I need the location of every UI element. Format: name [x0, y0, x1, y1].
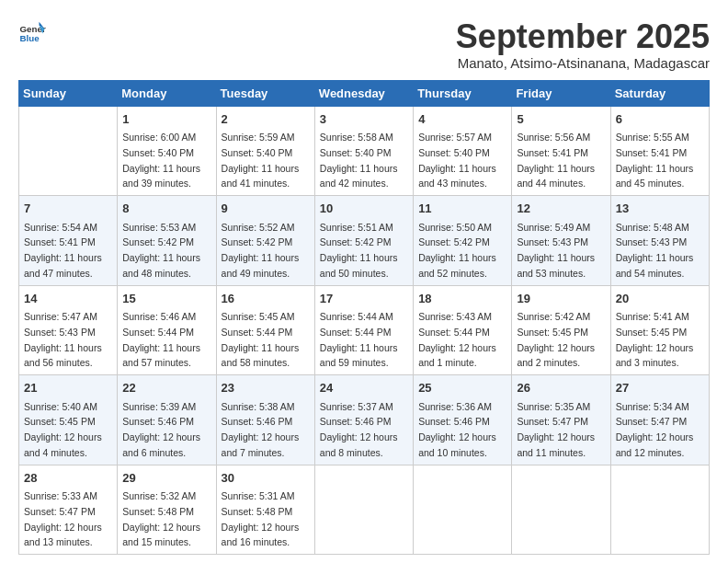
day-info: Sunrise: 5:31 AM Sunset: 5:48 PM Dayligh…: [222, 490, 300, 547]
day-number: 24: [320, 379, 408, 397]
day-info: Sunrise: 5:52 AM Sunset: 5:42 PM Dayligh…: [222, 222, 300, 279]
day-info: Sunrise: 5:42 AM Sunset: 5:45 PM Dayligh…: [517, 311, 595, 368]
logo: General Blue: [18, 18, 46, 46]
week-row-5: 28Sunrise: 5:33 AM Sunset: 5:47 PM Dayli…: [19, 465, 710, 555]
day-cell: 23Sunrise: 5:38 AM Sunset: 5:46 PM Dayli…: [216, 375, 314, 465]
col-header-thursday: Thursday: [414, 80, 512, 106]
col-header-sunday: Sunday: [19, 80, 118, 106]
day-number: 15: [122, 290, 210, 308]
day-cell: 27Sunrise: 5:34 AM Sunset: 5:47 PM Dayli…: [610, 375, 709, 465]
day-number: 21: [24, 379, 112, 397]
day-info: Sunrise: 5:58 AM Sunset: 5:40 PM Dayligh…: [320, 132, 398, 189]
day-number: 23: [222, 379, 310, 397]
day-info: Sunrise: 5:54 AM Sunset: 5:41 PM Dayligh…: [24, 222, 102, 279]
day-cell: 30Sunrise: 5:31 AM Sunset: 5:48 PM Dayli…: [216, 465, 314, 555]
day-info: Sunrise: 5:43 AM Sunset: 5:44 PM Dayligh…: [418, 311, 496, 368]
day-number: 27: [616, 379, 704, 397]
day-info: Sunrise: 5:53 AM Sunset: 5:42 PM Dayligh…: [122, 222, 200, 279]
col-header-tuesday: Tuesday: [216, 80, 314, 106]
day-cell: 14Sunrise: 5:47 AM Sunset: 5:43 PM Dayli…: [19, 285, 118, 375]
day-number: 30: [222, 469, 310, 488]
day-info: Sunrise: 5:56 AM Sunset: 5:41 PM Dayligh…: [517, 132, 595, 189]
day-cell: 4Sunrise: 5:57 AM Sunset: 5:40 PM Daylig…: [414, 106, 512, 196]
day-number: 18: [418, 290, 506, 308]
day-cell: 21Sunrise: 5:40 AM Sunset: 5:45 PM Dayli…: [19, 375, 118, 465]
day-info: Sunrise: 5:50 AM Sunset: 5:42 PM Dayligh…: [418, 222, 496, 279]
day-cell: 3Sunrise: 5:58 AM Sunset: 5:40 PM Daylig…: [314, 106, 413, 196]
day-info: Sunrise: 5:35 AM Sunset: 5:47 PM Dayligh…: [517, 401, 595, 458]
day-number: 20: [616, 290, 704, 308]
col-header-wednesday: Wednesday: [314, 80, 413, 106]
day-number: 22: [122, 379, 210, 397]
day-cell: 22Sunrise: 5:39 AM Sunset: 5:46 PM Dayli…: [118, 375, 216, 465]
day-number: 25: [418, 379, 506, 397]
day-number: 7: [24, 200, 112, 218]
day-info: Sunrise: 5:48 AM Sunset: 5:43 PM Dayligh…: [616, 222, 694, 279]
day-number: 8: [122, 200, 210, 218]
day-cell: [610, 465, 709, 555]
day-number: 12: [517, 200, 605, 218]
day-number: 9: [222, 200, 310, 218]
calendar-header-row: SundayMondayTuesdayWednesdayThursdayFrid…: [19, 80, 710, 106]
day-info: Sunrise: 5:57 AM Sunset: 5:40 PM Dayligh…: [418, 132, 496, 189]
day-number: 6: [616, 110, 704, 129]
day-cell: 1Sunrise: 6:00 AM Sunset: 5:40 PM Daylig…: [118, 106, 216, 196]
day-cell: [19, 106, 118, 196]
day-info: Sunrise: 5:36 AM Sunset: 5:46 PM Dayligh…: [418, 401, 496, 458]
day-number: 19: [517, 290, 605, 308]
day-cell: 15Sunrise: 5:46 AM Sunset: 5:44 PM Dayli…: [118, 285, 216, 375]
day-number: 2: [222, 110, 310, 129]
day-info: Sunrise: 5:37 AM Sunset: 5:46 PM Dayligh…: [320, 401, 398, 458]
day-cell: [314, 465, 413, 555]
day-cell: [414, 465, 512, 555]
svg-text:Blue: Blue: [20, 33, 40, 43]
day-info: Sunrise: 5:51 AM Sunset: 5:42 PM Dayligh…: [320, 222, 398, 279]
day-cell: 7Sunrise: 5:54 AM Sunset: 5:41 PM Daylig…: [19, 196, 118, 286]
day-info: Sunrise: 5:47 AM Sunset: 5:43 PM Dayligh…: [24, 311, 102, 368]
day-cell: 9Sunrise: 5:52 AM Sunset: 5:42 PM Daylig…: [216, 196, 314, 286]
col-header-friday: Friday: [512, 80, 610, 106]
day-cell: 10Sunrise: 5:51 AM Sunset: 5:42 PM Dayli…: [314, 196, 413, 286]
day-cell: 5Sunrise: 5:56 AM Sunset: 5:41 PM Daylig…: [512, 106, 610, 196]
day-cell: [512, 465, 610, 555]
day-number: 17: [320, 290, 408, 308]
day-number: 14: [24, 290, 112, 308]
day-number: 11: [418, 200, 506, 218]
day-cell: 13Sunrise: 5:48 AM Sunset: 5:43 PM Dayli…: [610, 196, 709, 286]
day-info: Sunrise: 5:34 AM Sunset: 5:47 PM Dayligh…: [616, 401, 694, 458]
week-row-2: 7Sunrise: 5:54 AM Sunset: 5:41 PM Daylig…: [19, 196, 710, 286]
day-info: Sunrise: 5:32 AM Sunset: 5:48 PM Dayligh…: [122, 490, 200, 547]
day-number: 5: [517, 110, 605, 129]
week-row-1: 1Sunrise: 6:00 AM Sunset: 5:40 PM Daylig…: [19, 106, 710, 196]
day-info: Sunrise: 5:45 AM Sunset: 5:44 PM Dayligh…: [222, 311, 300, 368]
day-cell: 19Sunrise: 5:42 AM Sunset: 5:45 PM Dayli…: [512, 285, 610, 375]
page-header: General Blue September 2025 Manato, Atsi…: [18, 18, 710, 71]
day-cell: 12Sunrise: 5:49 AM Sunset: 5:43 PM Dayli…: [512, 196, 610, 286]
location-subtitle: Manato, Atsimo-Atsinanana, Madagascar: [456, 55, 710, 71]
day-info: Sunrise: 5:49 AM Sunset: 5:43 PM Dayligh…: [517, 222, 595, 279]
day-info: Sunrise: 5:38 AM Sunset: 5:46 PM Dayligh…: [222, 401, 300, 458]
day-cell: 2Sunrise: 5:59 AM Sunset: 5:40 PM Daylig…: [216, 106, 314, 196]
day-number: 16: [222, 290, 310, 308]
day-cell: 6Sunrise: 5:55 AM Sunset: 5:41 PM Daylig…: [610, 106, 709, 196]
day-info: Sunrise: 5:55 AM Sunset: 5:41 PM Dayligh…: [616, 132, 694, 189]
day-cell: 26Sunrise: 5:35 AM Sunset: 5:47 PM Dayli…: [512, 375, 610, 465]
day-number: 10: [320, 200, 408, 218]
day-number: 3: [320, 110, 408, 129]
day-number: 26: [517, 379, 605, 397]
day-info: Sunrise: 5:44 AM Sunset: 5:44 PM Dayligh…: [320, 311, 398, 368]
month-title: September 2025: [456, 18, 710, 55]
day-info: Sunrise: 6:00 AM Sunset: 5:40 PM Dayligh…: [122, 132, 200, 189]
day-number: 13: [616, 200, 704, 218]
day-cell: 24Sunrise: 5:37 AM Sunset: 5:46 PM Dayli…: [314, 375, 413, 465]
week-row-4: 21Sunrise: 5:40 AM Sunset: 5:45 PM Dayli…: [19, 375, 710, 465]
day-info: Sunrise: 5:59 AM Sunset: 5:40 PM Dayligh…: [222, 132, 300, 189]
day-cell: 17Sunrise: 5:44 AM Sunset: 5:44 PM Dayli…: [314, 285, 413, 375]
day-cell: 25Sunrise: 5:36 AM Sunset: 5:46 PM Dayli…: [414, 375, 512, 465]
day-cell: 29Sunrise: 5:32 AM Sunset: 5:48 PM Dayli…: [118, 465, 216, 555]
col-header-monday: Monday: [118, 80, 216, 106]
day-cell: 20Sunrise: 5:41 AM Sunset: 5:45 PM Dayli…: [610, 285, 709, 375]
day-cell: 11Sunrise: 5:50 AM Sunset: 5:42 PM Dayli…: [414, 196, 512, 286]
day-number: 4: [418, 110, 506, 129]
day-info: Sunrise: 5:46 AM Sunset: 5:44 PM Dayligh…: [122, 311, 200, 368]
